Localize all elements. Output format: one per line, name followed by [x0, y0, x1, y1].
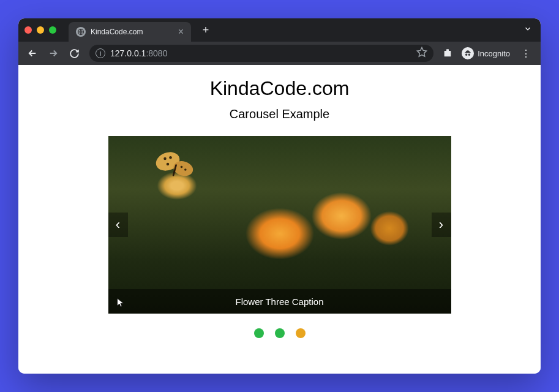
url-text: 127.0.0.1:8080	[110, 48, 411, 58]
incognito-icon	[462, 47, 474, 59]
extensions-icon[interactable]	[442, 48, 453, 59]
carousel-caption: Flower Three Caption	[108, 289, 451, 314]
tab-close-icon[interactable]: ×	[178, 27, 184, 37]
carousel-prev-button[interactable]: ‹	[108, 213, 128, 237]
svg-point-8	[180, 166, 182, 168]
page-content: KindaCode.com Carousel Example ‹	[18, 65, 541, 374]
svg-point-6	[169, 156, 172, 159]
bookmark-star-icon[interactable]	[416, 47, 427, 60]
window-minimize-button[interactable]	[37, 26, 44, 34]
back-button[interactable]	[23, 44, 42, 62]
incognito-label: Incognito	[478, 49, 510, 58]
tab-bar: KindaCode.com × +	[18, 18, 541, 42]
window-maximize-button[interactable]	[49, 26, 56, 34]
forward-button[interactable]	[44, 44, 62, 62]
svg-point-9	[184, 168, 187, 171]
svg-rect-2	[446, 49, 449, 51]
carousel-indicator-0[interactable]	[254, 328, 264, 338]
svg-rect-1	[445, 51, 451, 56]
incognito-indicator[interactable]: Incognito	[462, 47, 510, 59]
url-host: 127.0.0.1	[110, 48, 146, 58]
carousel-next-button[interactable]: ›	[432, 213, 451, 237]
carousel-slide-image	[108, 136, 451, 314]
browser-tab[interactable]: KindaCode.com ×	[69, 22, 191, 42]
butterfly-illustration	[151, 147, 206, 187]
carousel-indicators	[254, 328, 306, 338]
window-close-button[interactable]	[24, 26, 32, 34]
carousel-indicator-2[interactable]	[296, 328, 306, 338]
menu-button[interactable]: ⋮	[516, 48, 536, 59]
globe-icon	[76, 27, 86, 37]
tab-title: KindaCode.com	[91, 28, 173, 36]
site-info-icon[interactable]: i	[96, 48, 105, 58]
carousel-caption-text: Flower Three Caption	[236, 296, 324, 307]
cursor-icon	[116, 298, 126, 307]
reload-button[interactable]	[65, 44, 83, 62]
carousel: ‹ › Flower Three Caption	[108, 136, 451, 314]
carousel-indicator-1[interactable]	[275, 328, 285, 338]
new-tab-button[interactable]: +	[198, 23, 213, 37]
page-title: KindaCode.com	[210, 77, 350, 100]
page-subtitle: Carousel Example	[230, 107, 329, 121]
address-bar[interactable]: i 127.0.0.1:8080	[89, 45, 433, 62]
window-controls	[24, 26, 56, 34]
chevron-left-icon: ‹	[116, 217, 120, 233]
browser-window: KindaCode.com × + i 127.0.0.1:8080	[18, 18, 541, 374]
chevron-down-icon[interactable]	[521, 22, 535, 38]
chevron-right-icon: ›	[439, 217, 443, 233]
svg-point-5	[163, 157, 167, 160]
browser-toolbar: i 127.0.0.1:8080 Incognito ⋮	[18, 42, 541, 65]
url-port: :8080	[146, 48, 167, 58]
svg-point-7	[166, 163, 169, 166]
